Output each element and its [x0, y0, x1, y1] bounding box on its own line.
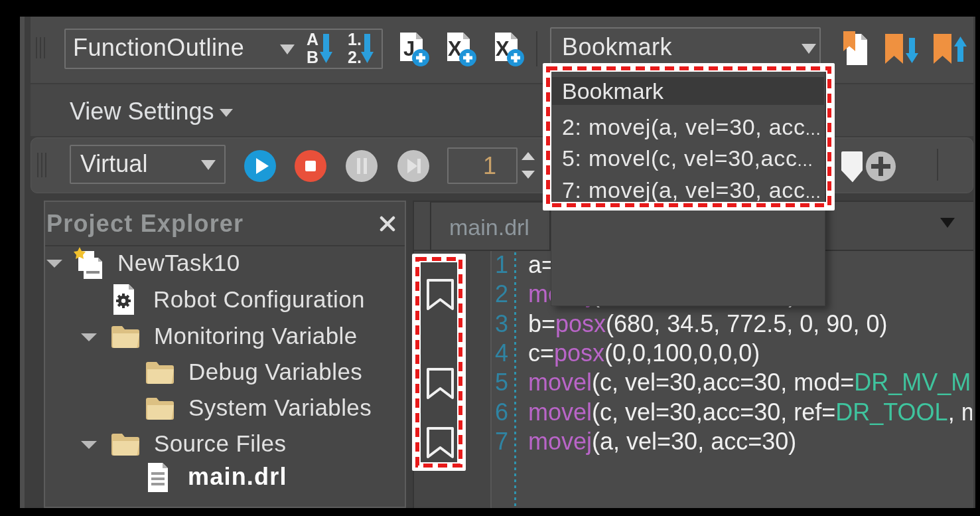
- svg-text:B: B: [307, 48, 318, 66]
- svg-text:1.: 1.: [348, 31, 362, 48]
- svg-text:2.: 2.: [348, 48, 362, 66]
- svg-text:A: A: [307, 31, 318, 48]
